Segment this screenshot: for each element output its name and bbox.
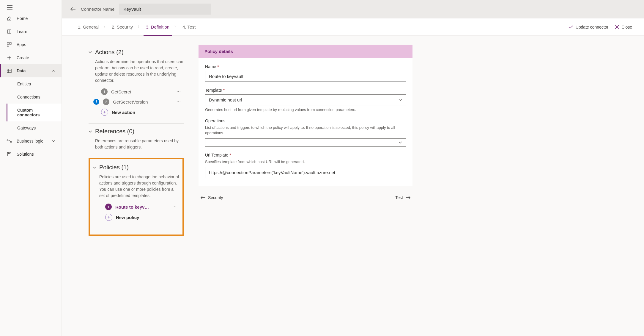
operations-field: Operations List of actions and triggers … [205,118,406,146]
update-connector-button[interactable]: Update connector [569,25,609,29]
new-action-button[interactable]: + New action [89,107,184,118]
arrow-left-icon [200,196,206,199]
grid-icon [7,42,12,47]
book-icon [7,29,12,34]
step-footer-nav: Security Test [199,186,412,200]
step-test[interactable]: 4. Test [180,23,198,31]
nav-label: Test [395,195,403,200]
policies-section: Policies (1) Policies are used to change… [93,162,179,229]
home-icon [7,16,12,21]
field-help: Specifies template from which host URL w… [205,159,406,167]
item-label: New policy [116,215,139,220]
step-tabs: 1. General 〉 2. Security 〉 3. Definition… [62,18,644,36]
policies-header[interactable]: Policies (1) [93,162,179,173]
item-label: Route to keyv… [115,204,149,210]
nav-label: Home [17,16,28,21]
chevron-down-icon [89,130,92,133]
chevron-right-icon: 〉 [136,24,142,29]
plus-circle-icon: + [105,214,112,221]
select-value: Dynamic host url [209,97,242,102]
number-badge: 1 [105,204,112,210]
name-field: Name * [205,64,406,82]
nav-learn[interactable]: Learn [0,25,62,38]
back-arrow-icon[interactable] [70,7,76,12]
references-header[interactable]: References (0) [89,126,184,137]
subnav-custom-connectors[interactable]: Custom connectors [7,104,62,121]
action-item-getsecretversion[interactable]: i 2 GetSecretVersion ⋯ [89,97,184,107]
next-step-button[interactable]: Test [395,195,411,200]
chevron-down-icon [89,51,92,54]
field-help: Generates host url from given template b… [205,105,406,112]
name-input[interactable] [205,71,406,82]
close-button[interactable]: Close [615,25,632,29]
field-label: Operations [205,118,406,125]
operations-select[interactable] [205,138,406,147]
nav-business-logic[interactable]: Business logic [0,135,62,148]
action-item-getsecret[interactable]: 1 GetSecret ⋯ [89,87,184,97]
nav-create[interactable]: Create [0,51,62,64]
subnav-entities[interactable]: Entities [7,77,62,90]
subnav-connections[interactable]: Connections [7,90,62,104]
field-help: List of actions and triggers to which th… [205,125,406,138]
actions-section: Actions (2) Actions determine the operat… [89,45,184,124]
template-select[interactable]: Dynamic host url [205,94,406,105]
section-description: References are reusable parameters used … [89,137,184,153]
field-label: Url Template * [205,153,406,159]
svg-rect-3 [7,45,9,47]
template-field: Template * Dynamic host url Generates ho… [205,88,406,112]
more-icon[interactable]: ⋯ [177,89,184,94]
svg-rect-4 [7,69,11,73]
more-icon[interactable]: ⋯ [177,99,184,104]
svg-point-6 [10,141,12,143]
chevron-down-icon [93,166,96,169]
nav-label: Create [17,55,29,60]
step-general[interactable]: 1. General [75,23,101,31]
subnav-gateways[interactable]: Gateways [7,121,62,135]
chevron-right-icon: 〉 [173,24,179,29]
new-policy-button[interactable]: + New policy [93,212,179,223]
url-template-input[interactable] [205,167,406,178]
nav-apps[interactable]: Apps [0,38,62,51]
nav-label: Solutions [17,152,34,157]
step-definition[interactable]: 3. Definition [144,23,172,31]
chevron-up-icon [52,70,55,72]
solutions-icon [7,152,12,157]
nav-label: Learn [17,29,27,34]
policy-details-panel: Policy details Name * Template * Dynamic… [199,45,412,327]
button-label: Close [621,25,632,29]
connector-name-label: Connector Name [81,7,114,12]
nav-home[interactable]: Home [0,12,62,25]
hamburger-icon[interactable] [0,2,62,12]
actions-header[interactable]: Actions (2) [89,46,184,58]
url-template-field: Url Template * Specifies template from w… [205,153,406,178]
check-icon [569,25,573,29]
main-area: Connector Name 1. General 〉 2. Security … [62,0,644,336]
section-title: Policies (1) [99,164,129,171]
field-label: Template * [205,88,406,94]
nav-data[interactable]: Data [0,64,62,77]
data-icon [7,68,12,73]
nav-label: Security [208,195,223,200]
item-label: New action [112,110,135,115]
svg-rect-7 [7,152,11,156]
policies-highlight-box: Policies (1) Policies are used to change… [89,158,184,236]
more-icon[interactable]: ⋯ [172,204,179,209]
step-security[interactable]: 2. Security [109,23,135,31]
number-badge: 1 [101,88,108,95]
item-label: GetSecret [111,89,131,94]
info-icon: i [93,99,99,105]
close-icon [615,25,619,29]
nav-label: Apps [17,42,26,47]
policy-item-route[interactable]: 1 Route to keyv… ⋯ [93,202,179,212]
number-badge: 2 [103,99,109,105]
chevron-right-icon: 〉 [102,24,108,29]
definition-sidebar: Actions (2) Actions determine the operat… [89,45,184,327]
svg-rect-1 [7,43,9,44]
field-label: Name * [205,64,406,71]
button-label: Update connector [576,25,609,29]
svg-point-5 [7,140,8,141]
connector-name-input[interactable] [119,4,211,15]
nav-solutions[interactable]: Solutions [0,148,62,161]
prev-step-button[interactable]: Security [200,195,223,200]
panel-header: Policy details [199,45,412,58]
